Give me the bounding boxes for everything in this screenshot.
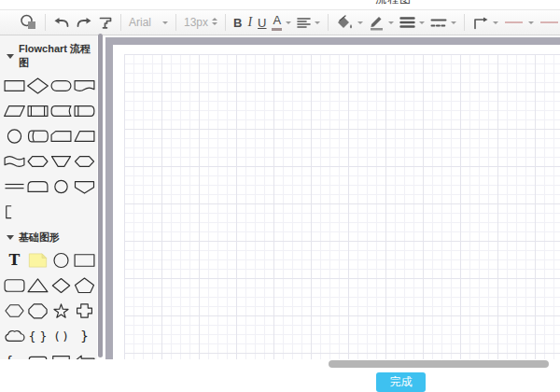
combine-shapes-icon — [20, 14, 37, 31]
caret-down-icon — [528, 21, 534, 27]
shape-connector-circle[interactable] — [49, 174, 73, 199]
bold-button-label: B — [233, 16, 242, 30]
shape-circle[interactable] — [3, 123, 26, 148]
shape-stored-data[interactable] — [49, 98, 73, 123]
shape-rectangle-lg[interactable] — [73, 247, 96, 273]
shape-diamond[interactable] — [26, 73, 49, 98]
shape-punched-card[interactable] — [73, 123, 96, 148]
line-weight-button[interactable] — [397, 11, 427, 34]
align-left-icon — [297, 17, 311, 29]
undo-icon — [53, 17, 70, 29]
toolbar-separator — [45, 14, 46, 31]
shape-parentheses[interactable]: ( ) — [49, 323, 73, 348]
shape-cross[interactable] — [73, 298, 96, 323]
horizontal-scrollbar[interactable] — [329, 360, 549, 368]
page-title: 流程图 — [375, 0, 412, 7]
shape-grid-0 — [0, 73, 97, 224]
dash-style-icon — [430, 17, 447, 29]
format-painter-button[interactable] — [95, 11, 116, 34]
shape-parallelogram[interactable] — [3, 98, 26, 123]
undo-button[interactable] — [50, 11, 73, 34]
toolbar-separator — [225, 14, 226, 31]
canvas-page[interactable] — [113, 45, 560, 359]
shape-rectangle[interactable] — [3, 73, 26, 98]
sidebar-scrollbar[interactable] — [98, 34, 103, 357]
shape-annotation-bracket[interactable] — [3, 199, 26, 224]
line-plain-icon — [539, 17, 560, 28]
shape-pentagon[interactable] — [73, 273, 96, 298]
collapse-triangle-icon — [7, 235, 14, 240]
shape-rounded-rectangle[interactable] — [49, 73, 73, 98]
caret-down-icon — [162, 21, 168, 27]
fill-color-button[interactable] — [333, 11, 366, 34]
bold-button[interactable]: B — [231, 11, 245, 34]
arrow-end-button[interactable] — [537, 11, 560, 34]
shape-off-page-connector[interactable] — [73, 174, 96, 199]
shape-half-rounded-rectangle[interactable] — [26, 174, 49, 199]
done-button[interactable]: 完成 — [376, 372, 426, 392]
toolbar: Arial13pxBIUA — [0, 9, 560, 35]
canvas-workspace — [105, 37, 560, 359]
section-title: Flowchart 流程图 — [19, 42, 97, 70]
caret-down-icon — [493, 21, 498, 27]
caret-down-icon — [419, 21, 425, 27]
underline-button[interactable]: U — [255, 11, 269, 34]
canvas-grid[interactable] — [124, 54, 560, 359]
svg-text:{ }: { } — [29, 329, 48, 343]
shape-right-brace[interactable]: } — [73, 323, 96, 348]
shape-internal-storage[interactable] — [73, 98, 96, 123]
italic-button[interactable]: I — [245, 11, 255, 34]
svg-text:T: T — [9, 251, 21, 269]
shape-hexagon-lg[interactable] — [3, 298, 26, 323]
shape-circle-lg[interactable] — [49, 247, 73, 273]
collapse-triangle-icon — [7, 54, 14, 59]
caret-down-icon — [315, 21, 320, 27]
shape-preparation[interactable] — [26, 148, 49, 174]
pen-icon — [369, 14, 385, 31]
redo-icon — [76, 17, 92, 29]
shape-direct-access-storage[interactable] — [26, 123, 49, 148]
font-color-button[interactable]: A — [269, 11, 294, 34]
shape-rounded-rectangle-lg[interactable] — [3, 273, 26, 298]
italic-button-label: I — [247, 15, 252, 30]
shape-curly-braces[interactable]: { } — [26, 323, 49, 348]
line-dash-button[interactable] — [427, 11, 459, 34]
font-size-input-label: 13px — [184, 16, 208, 29]
align-button[interactable] — [294, 11, 323, 34]
section-header-1[interactable]: 基础图形 — [0, 224, 97, 247]
line-color-button[interactable] — [366, 11, 397, 34]
caret-down-icon — [357, 21, 363, 27]
shape-document[interactable] — [73, 73, 96, 98]
font-color-button-label: A — [272, 14, 282, 31]
shape-sticky-note[interactable] — [26, 247, 49, 273]
shape-merge[interactable] — [49, 148, 73, 174]
shape-paper-tape[interactable] — [3, 148, 26, 174]
section-header-0[interactable]: Flowchart 流程图 — [0, 35, 97, 73]
font-size-input[interactable]: 13px — [181, 11, 220, 34]
shape-octagon[interactable] — [26, 298, 49, 323]
caret-down-icon — [286, 21, 291, 27]
svg-text:}: } — [80, 329, 89, 343]
arrow-start-button[interactable] — [501, 11, 537, 34]
shape-hexagon[interactable] — [73, 148, 96, 174]
svg-text:( ): ( ) — [55, 329, 68, 343]
shape-grid-1: T{ }( )}{ — [0, 247, 97, 364]
shape-cloud[interactable] — [3, 323, 26, 348]
shape-star[interactable] — [49, 298, 73, 323]
shape-double-line[interactable] — [3, 174, 26, 199]
connector-elbow-icon — [472, 16, 489, 30]
font-family-select[interactable]: Arial — [126, 11, 171, 34]
connector-type-button[interactable] — [469, 11, 501, 34]
shape-text[interactable]: T — [3, 247, 26, 273]
toolbar-separator — [464, 14, 465, 31]
underline-button-label: U — [258, 16, 266, 30]
shape-diamond-lg[interactable] — [49, 273, 73, 298]
toolbar-separator — [328, 14, 329, 31]
shape-predefined-process[interactable] — [26, 98, 49, 123]
combine-shapes-button[interactable] — [17, 11, 40, 34]
caret-down-icon — [451, 21, 456, 27]
shape-triangle[interactable] — [26, 273, 49, 298]
line-plain-icon — [504, 17, 525, 28]
shape-card[interactable] — [49, 123, 73, 148]
redo-button[interactable] — [73, 11, 95, 34]
